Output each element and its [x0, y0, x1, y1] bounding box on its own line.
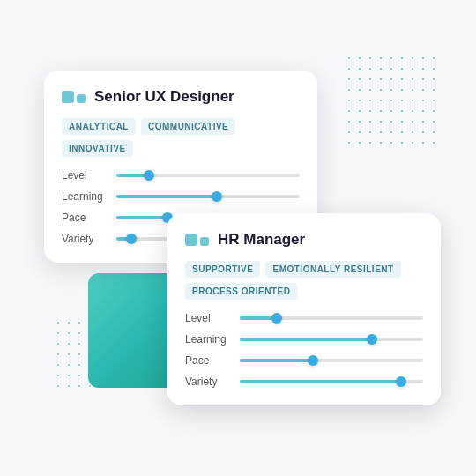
slider-level-label: Level — [62, 169, 108, 182]
tag-emotionally-resilient: EMOTIONALLY RESILIENT — [265, 261, 400, 278]
card-hr-tags: SUPPORTIVE EMOTIONALLY RESILIENT PROCESS… — [185, 261, 423, 300]
card-hr-icon — [185, 234, 209, 246]
slider-hr-variety: Variety — [185, 376, 423, 388]
slider-learning-label: Learning — [62, 190, 108, 203]
slider-hr-level-label: Level — [185, 312, 231, 324]
card-ux-icon — [62, 91, 86, 103]
slider-hr-learning-track[interactable] — [240, 338, 423, 341]
icon-square-main — [62, 91, 74, 103]
slider-pace-label: Pace — [62, 212, 108, 224]
slider-level-track[interactable] — [116, 174, 300, 177]
slider-hr-pace: Pace — [185, 354, 423, 367]
slider-learning-thumb — [212, 191, 222, 202]
dot-grid-top-right — [344, 53, 441, 150]
tag-process-oriented: PROCESS ORIENTED — [185, 283, 297, 300]
card-ux-tags: ANALYTICAL COMMUNICATIVE INNOVATIVE — [62, 118, 300, 157]
slider-learning-fill — [116, 195, 217, 198]
slider-learning-track[interactable] — [116, 195, 300, 198]
slider-variety-label: Variety — [62, 233, 108, 245]
slider-hr-level: Level — [185, 312, 423, 324]
slider-hr-learning-label: Learning — [185, 333, 231, 346]
tag-innovative: INNOVATIVE — [62, 140, 133, 157]
slider-hr-variety-track[interactable] — [240, 380, 423, 383]
slider-hr-pace-label: Pace — [185, 354, 231, 367]
slider-hr-level-thumb — [271, 313, 282, 324]
slider-hr-learning-fill — [240, 338, 372, 341]
card-ux-title: Senior UX Designer — [94, 88, 234, 106]
tag-communicative: COMMUNICATIVE — [141, 118, 235, 135]
card-ux-header: Senior UX Designer — [62, 88, 300, 106]
icon-hr-square-main — [185, 234, 197, 246]
slider-hr-pace-track[interactable] — [240, 359, 423, 362]
icon-square-small — [77, 94, 86, 103]
slider-level: Level — [62, 169, 300, 182]
slider-hr-pace-thumb — [308, 355, 318, 366]
slider-hr-learning: Learning — [185, 333, 423, 346]
slider-hr-learning-thumb — [367, 334, 377, 345]
card-hr-sliders: Level Learning Pace — [185, 312, 423, 388]
slider-hr-level-track[interactable] — [240, 316, 423, 320]
slider-hr-variety-fill — [240, 380, 401, 383]
slider-variety-thumb — [126, 234, 137, 244]
tag-supportive: SUPPORTIVE — [185, 261, 260, 278]
slider-learning: Learning — [62, 190, 300, 203]
card-hr-title: HR Manager — [218, 231, 305, 249]
slider-hr-variety-thumb — [396, 376, 406, 387]
slider-level-thumb — [144, 170, 154, 181]
tag-analytical: ANALYTICAL — [62, 118, 136, 135]
slider-pace-fill — [116, 216, 167, 219]
icon-hr-square-small — [200, 237, 209, 246]
card-hr-header: HR Manager — [185, 231, 423, 249]
scene: Senior UX Designer ANALYTICAL COMMUNICAT… — [35, 53, 441, 423]
slider-hr-pace-fill — [240, 359, 313, 362]
slider-hr-variety-label: Variety — [185, 376, 231, 388]
card-hr-manager: HR Manager SUPPORTIVE EMOTIONALLY RESILI… — [167, 213, 441, 405]
